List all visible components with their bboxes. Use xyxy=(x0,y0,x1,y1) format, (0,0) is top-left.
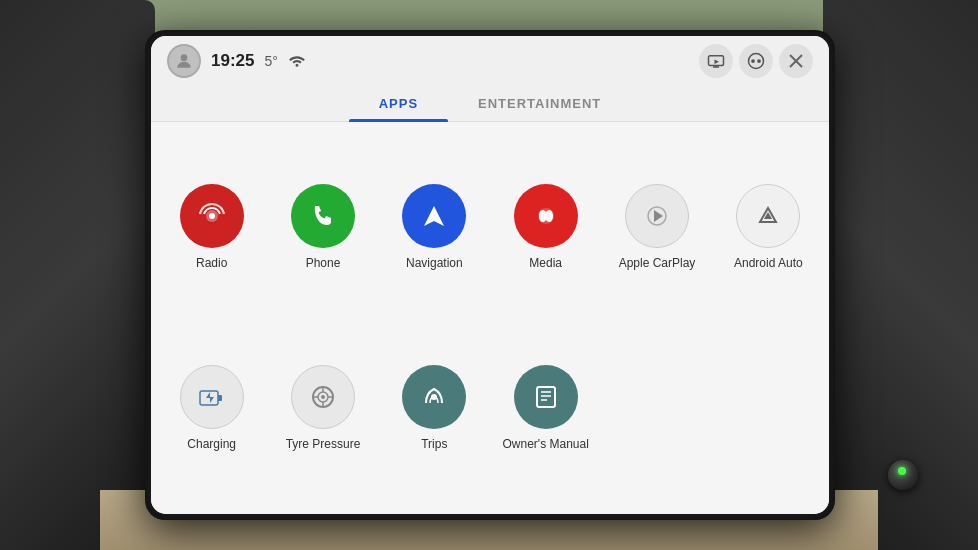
svg-point-9 xyxy=(209,213,215,219)
radio-icon xyxy=(180,184,244,248)
screen: 19:25 5° xyxy=(151,36,829,514)
svg-point-20 xyxy=(321,395,325,399)
radio-label: Radio xyxy=(196,256,227,272)
navigation-icon xyxy=(402,184,466,248)
tyre-symbol xyxy=(307,381,339,413)
carplay-symbol xyxy=(641,200,673,232)
screen-mirror-icon xyxy=(707,54,725,68)
svg-point-5 xyxy=(757,59,761,63)
close-icon xyxy=(789,54,803,68)
screen-mirror-button[interactable] xyxy=(699,44,733,78)
media-symbol xyxy=(530,200,562,232)
svg-point-3 xyxy=(749,54,764,69)
radio-symbol xyxy=(196,200,228,232)
android-auto-icon xyxy=(736,184,800,248)
app-tyre-pressure[interactable]: Tyre Pressure xyxy=(272,323,373,494)
close-button[interactable] xyxy=(779,44,813,78)
app-phone[interactable]: Phone xyxy=(272,142,373,313)
app-radio[interactable]: Radio xyxy=(161,142,262,313)
manual-icon xyxy=(514,365,578,429)
svg-marker-2 xyxy=(715,60,720,65)
indicator-light xyxy=(898,467,906,475)
media-icon xyxy=(514,184,578,248)
tab-bar: APPS ENTERTAINMENT xyxy=(151,86,829,122)
svg-rect-26 xyxy=(537,387,555,407)
android-symbol xyxy=(752,200,784,232)
apple-carplay-label: Apple CarPlay xyxy=(619,256,696,272)
tyre-icon xyxy=(291,365,355,429)
dashboard-right xyxy=(823,0,978,550)
charging-label: Charging xyxy=(187,437,236,453)
media-label: Media xyxy=(529,256,562,272)
app-trips[interactable]: Trips xyxy=(384,323,485,494)
tab-apps[interactable]: APPS xyxy=(349,86,448,121)
empty-slot-6 xyxy=(718,323,819,494)
settings-button[interactable] xyxy=(739,44,773,78)
apps-grid: Radio Phone xyxy=(151,122,829,514)
navigation-symbol xyxy=(418,200,450,232)
scene: 19:25 5° xyxy=(0,0,978,550)
settings-icon xyxy=(747,52,765,70)
app-media[interactable]: Media xyxy=(495,142,596,313)
svg-rect-17 xyxy=(218,395,222,401)
knob xyxy=(888,460,918,490)
trips-icon xyxy=(402,365,466,429)
svg-marker-13 xyxy=(654,210,663,222)
empty-slot-5 xyxy=(606,323,707,494)
screen-bezel: 19:25 5° xyxy=(145,30,835,520)
owners-manual-label: Owner's Manual xyxy=(503,437,589,453)
trips-label: Trips xyxy=(421,437,447,453)
navigation-label: Navigation xyxy=(406,256,463,272)
status-right xyxy=(699,44,813,78)
app-apple-carplay[interactable]: Apple CarPlay xyxy=(606,142,707,313)
svg-marker-10 xyxy=(424,206,444,226)
app-android-auto[interactable]: Android Auto xyxy=(718,142,819,313)
manual-symbol xyxy=(530,381,562,413)
app-owners-manual[interactable]: Owner's Manual xyxy=(495,323,596,494)
tyre-pressure-label: Tyre Pressure xyxy=(286,437,361,453)
trips-symbol xyxy=(418,381,450,413)
clock: 19:25 xyxy=(211,51,254,71)
tab-entertainment[interactable]: ENTERTAINMENT xyxy=(448,86,631,121)
wifi-icon xyxy=(288,53,306,70)
svg-point-4 xyxy=(751,59,755,63)
avatar-button[interactable] xyxy=(167,44,201,78)
android-auto-label: Android Auto xyxy=(734,256,803,272)
user-icon xyxy=(174,51,194,71)
charging-icon xyxy=(180,365,244,429)
phone-label: Phone xyxy=(306,256,341,272)
phone-symbol xyxy=(307,200,339,232)
phone-icon xyxy=(291,184,355,248)
dashboard-left xyxy=(0,0,155,550)
temperature: 5° xyxy=(264,53,277,69)
svg-point-0 xyxy=(181,54,188,61)
charging-symbol xyxy=(196,381,228,413)
apple-carplay-icon xyxy=(625,184,689,248)
status-bar: 19:25 5° xyxy=(151,36,829,86)
app-charging[interactable]: Charging xyxy=(161,323,262,494)
app-navigation[interactable]: Navigation xyxy=(384,142,485,313)
